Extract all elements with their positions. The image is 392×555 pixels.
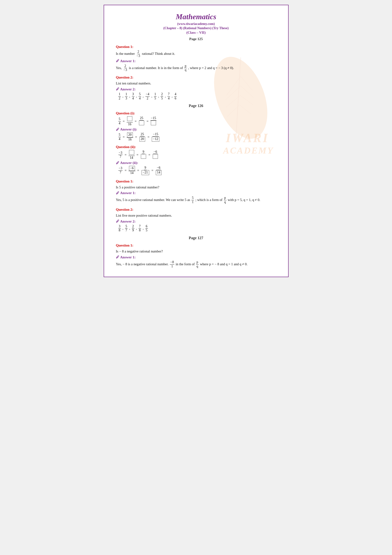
p126-question1-label: Question 1: xyxy=(116,179,276,183)
p125-question1-text: Is the number 2 −3 rational? Think about… xyxy=(116,50,276,58)
p125-answer1-text: Yes, 2 −3 is a rational number. It is in… xyxy=(116,64,276,72)
p125-answer2-fractions: 12, 13, 34, 54, −42, 15, 25, 74, 46 xyxy=(118,92,276,101)
p125-answer2-label: Answer 2: xyxy=(116,87,276,91)
p126-a1-fraction1: 5 1 xyxy=(191,196,194,204)
p126-answer-i-label: Answer (i): xyxy=(116,127,276,131)
p125-question2-label: Question 2: xyxy=(116,75,276,80)
p125-q1-fraction: 2 −3 xyxy=(136,50,141,58)
p125-answer1-label: Answer 1: xyxy=(116,59,276,63)
p126-qii-equation: −37 = 14 = 9 = −6 xyxy=(118,150,276,160)
page: IWARI ACADEMY Mathematics (www.tiwariaca… xyxy=(104,5,289,277)
p126-a1-fraction2: p q xyxy=(224,196,227,204)
page-number-126: Page 126 xyxy=(116,104,276,108)
p126-ai-equation: 54 = 20 16 = 25 20 = −15 −12 xyxy=(118,132,276,142)
p126-qi-equation: 54 = 16 = 25 = −15 xyxy=(118,116,276,126)
p125-a1-fraction1: 2 −3 xyxy=(123,64,128,72)
p126-question-i-label: Question (i): xyxy=(116,111,276,115)
p126-answer2-fractions: 38, 57, 29, 78, 65 xyxy=(118,225,276,233)
p126-answer1-label: Answer 1: xyxy=(116,191,276,195)
page-number-125: Page 125 xyxy=(116,37,276,41)
p127-answer1-text: Yes, − 8 is a negative rational number. … xyxy=(116,260,276,269)
p126-question1-text: Is 5 a positive rational number? xyxy=(116,184,276,190)
p126-question2-label: Question 2: xyxy=(116,208,276,212)
p125-question2-text: List ten rational numbers. xyxy=(116,80,276,86)
p126-question2-text: List five more positive rational numbers… xyxy=(116,213,276,219)
p125-a1-fraction2: p q xyxy=(184,64,187,72)
page-number-127: Page 127 xyxy=(116,236,276,240)
p127-a1-fraction1: −8 1 xyxy=(170,260,174,269)
p126-answer-ii-label: Answer (ii): xyxy=(116,161,276,165)
p126-question-ii-label: Question (ii): xyxy=(116,145,276,149)
page-class: (Class – VII) xyxy=(116,31,276,35)
p127-question1-label: Question 1: xyxy=(116,243,276,248)
p127-a1-fraction2: p q xyxy=(196,260,199,269)
page-chapter: (Chapter – 8) (Rational Numbers) (Try Th… xyxy=(116,26,276,30)
page-main-title: Mathematics xyxy=(116,12,276,21)
page-website: (www.tiwariacademy.com) xyxy=(116,22,276,26)
p126-answer1-text: Yes, 5 is a positive rational number. We… xyxy=(116,196,276,204)
p127-question1-text: Is − 8 a negative rational number? xyxy=(116,248,276,254)
p125-question1-label: Question 1: xyxy=(116,45,276,49)
p126-aii-equation: −37 = −6 14 = 9 −21 = −6 14 xyxy=(118,166,276,175)
p127-answer1-label: Answer 1: xyxy=(116,255,276,259)
p126-answer2-label: Answer 2: xyxy=(116,219,276,224)
